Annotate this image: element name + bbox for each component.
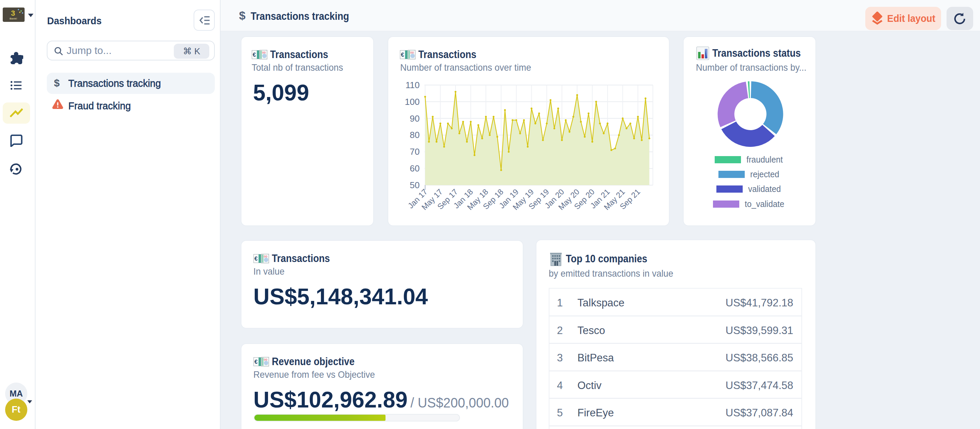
svg-text:€: €	[255, 255, 258, 262]
svg-text:90: 90	[410, 113, 420, 124]
svg-text:€: €	[255, 359, 258, 365]
svg-text:70: 70	[410, 147, 420, 157]
svg-text:60: 60	[410, 163, 420, 174]
svg-text:€: €	[253, 51, 256, 58]
svg-text:50: 50	[410, 180, 420, 190]
svg-text:110: 110	[406, 80, 420, 90]
svg-text:100: 100	[405, 97, 420, 107]
svg-text:00: 00	[264, 254, 267, 258]
svg-text:80: 80	[410, 130, 420, 140]
svg-text:00: 00	[264, 357, 267, 361]
svg-text:00: 00	[262, 51, 266, 54]
